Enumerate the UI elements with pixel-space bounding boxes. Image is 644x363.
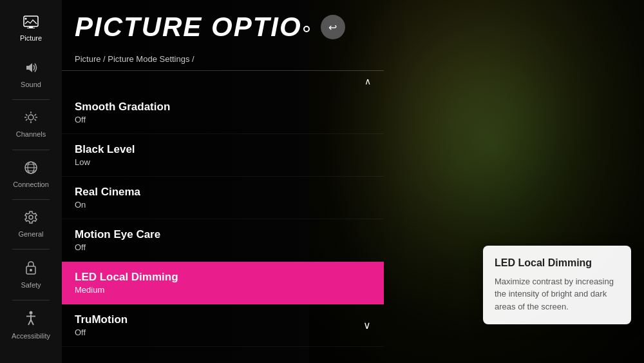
tooltip-led-local-dimming: LED Local Dimming Maximize contrast by i… [483, 246, 631, 325]
svg-point-3 [25, 18, 27, 20]
svg-rect-2 [27, 28, 35, 28]
tooltip-description: Maximize contrast by increasing the inte… [495, 275, 620, 313]
sidebar-item-safety[interactable]: Safety [0, 251, 62, 299]
sidebar-label-connection: Connection [13, 181, 49, 189]
main-panel: PICTURE OPTIO ↩ Picture / Picture Mode S… [62, 0, 644, 363]
sidebar-item-channels[interactable]: Channels [0, 101, 62, 148]
connection-icon [23, 161, 39, 177]
header: PICTURE OPTIO ↩ [62, 0, 384, 50]
sidebar-label-picture: Picture [20, 34, 42, 43]
sidebar-divider-5 [12, 300, 50, 300]
sidebar-divider-2 [12, 150, 50, 150]
setting-led-local-dimming[interactable]: LED Local Dimming Medium [62, 262, 384, 304]
settings-panel: PICTURE OPTIO ↩ Picture / Picture Mode S… [62, 0, 384, 363]
setting-value-smooth-gradation: Off [75, 115, 371, 124]
svg-point-10 [29, 215, 33, 219]
setting-black-level[interactable]: Black Level Low [62, 134, 384, 177]
svg-point-13 [30, 311, 33, 315]
setting-name-real-cinema: Real Cinema [75, 186, 371, 199]
scroll-up-arrow[interactable]: ∧ [62, 71, 384, 92]
sidebar: Picture Sound [0, 0, 62, 363]
breadcrumb: Picture / Picture Mode Settings / [62, 50, 384, 71]
sidebar-label-safety: Safety [21, 281, 41, 289]
sidebar-label-accessibility: Accessibility [12, 332, 50, 340]
setting-smooth-gradation[interactable]: Smooth Gradation Off [62, 92, 384, 134]
sidebar-divider-1 [12, 99, 50, 100]
sidebar-divider-3 [12, 199, 50, 200]
back-button[interactable]: ↩ [321, 15, 345, 39]
setting-value-led-local-dimming: Medium [75, 285, 371, 295]
sidebar-item-general[interactable]: General [0, 201, 62, 248]
settings-list: Smooth Gradation Off Black Level Low Rea… [62, 92, 384, 347]
svg-point-4 [28, 115, 33, 120]
svg-point-12 [30, 269, 32, 271]
sidebar-divider-4 [12, 249, 50, 250]
general-icon [24, 210, 38, 227]
sound-icon [24, 61, 38, 77]
page-title: PICTURE OPTIO [75, 12, 311, 43]
safety-icon [24, 260, 37, 278]
setting-value-trumotion: Off [75, 328, 128, 337]
sidebar-item-picture[interactable]: Picture [0, 6, 62, 52]
setting-motion-eye-care[interactable]: Motion Eye Care Off [62, 219, 384, 262]
setting-name-motion-eye-care: Motion Eye Care [75, 228, 371, 241]
sidebar-label-sound: Sound [21, 81, 41, 89]
setting-value-real-cinema: On [75, 200, 371, 210]
sidebar-label-channels: Channels [16, 130, 46, 139]
channels-icon [23, 110, 39, 127]
sidebar-item-connection[interactable]: Connection [0, 152, 62, 198]
sidebar-item-accessibility[interactable]: Accessibility [0, 302, 62, 349]
scroll-down-arrow: ∨ [363, 319, 371, 331]
setting-value-black-level: Low [75, 157, 371, 167]
picture-icon [23, 15, 39, 31]
setting-value-motion-eye-care: Off [75, 242, 371, 252]
tooltip-title: LED Local Dimming [495, 257, 620, 269]
setting-name-smooth-gradation: Smooth Gradation [75, 101, 371, 113]
accessibility-icon [24, 311, 38, 329]
setting-name-black-level: Black Level [75, 143, 371, 156]
setting-name-led-local-dimming: LED Local Dimming [75, 271, 371, 284]
sidebar-label-general: General [18, 230, 43, 239]
setting-trumotion[interactable]: TruMotion Off ∨ [62, 304, 384, 347]
svg-rect-0 [24, 16, 38, 26]
svg-rect-1 [29, 26, 33, 28]
setting-real-cinema[interactable]: Real Cinema On [62, 177, 384, 219]
setting-name-trumotion: TruMotion [75, 313, 128, 326]
sidebar-item-sound[interactable]: Sound [0, 52, 62, 98]
